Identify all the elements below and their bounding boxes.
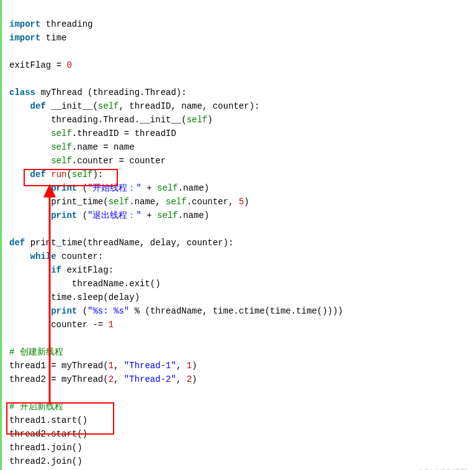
code-block: import threading import time exitFlag = … <box>0 0 467 470</box>
kw-def: def <box>30 169 46 179</box>
kw-import: import <box>9 19 40 29</box>
comment-create: # 创建新线程 <box>9 347 63 357</box>
thread1-start: thread1.start() <box>9 415 88 425</box>
mod-time: time <box>46 33 67 43</box>
kw-class: class <box>9 88 35 97</box>
method-run: run <box>51 169 66 179</box>
var-exitflag: exitFlag <box>9 60 56 70</box>
comment-start: # 开启新线程 <box>9 402 63 412</box>
mod-threading: threading <box>46 19 93 29</box>
kw-import: import <box>9 33 40 43</box>
fn-print-time: print_time(threadName, delay, counter): <box>30 238 234 248</box>
class-name: myThread (threading.Thread): <box>40 88 186 97</box>
thread2-start: thread2.start() <box>9 429 88 439</box>
